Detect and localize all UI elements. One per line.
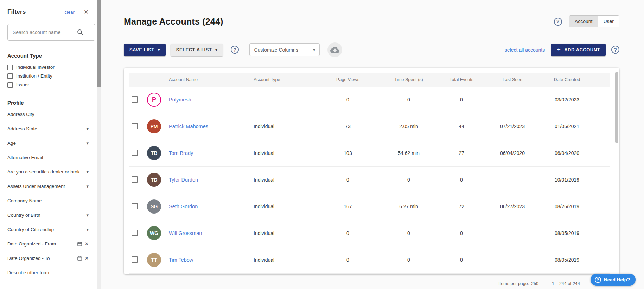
clear-filter-icon[interactable]: ✕ xyxy=(85,256,89,261)
checkbox-icon[interactable] xyxy=(7,82,13,88)
chevron-down-icon: ▾ xyxy=(86,184,89,189)
pagination-range: 1 – 244 of 244 xyxy=(552,281,580,286)
row-checkbox[interactable] xyxy=(132,176,138,183)
filter-item-label: Date Organized - From xyxy=(7,241,56,247)
column-total-events[interactable]: Total Events xyxy=(432,77,491,82)
filter-item-label: Country of Citizenship xyxy=(7,227,54,232)
table-row: SG Seth Gordon Individual 167 6.27 min 7… xyxy=(129,193,610,220)
account-type-option[interactable]: Institution / Entity xyxy=(7,72,89,80)
profile-filter-item[interactable]: Date Organized - To ✕ xyxy=(7,251,89,265)
profile-filter-item[interactable]: Address State ▾ xyxy=(7,121,89,136)
profile-filter-item[interactable]: Date Organized - From ✕ xyxy=(7,237,89,251)
account-name-link[interactable]: Tim Tebow xyxy=(169,257,193,263)
date-created-cell: 08/05/2019 xyxy=(534,257,600,263)
time-spent-cell: 2.05 min xyxy=(386,124,432,129)
account-name-link[interactable]: Seth Gordon xyxy=(169,204,198,209)
total-events-cell: 27 xyxy=(432,150,491,156)
column-account-name[interactable]: Account Name xyxy=(169,77,254,82)
row-checkbox[interactable] xyxy=(132,256,138,263)
chevron-down-icon: ▾ xyxy=(86,140,89,146)
row-checkbox[interactable] xyxy=(132,96,138,103)
row-checkbox[interactable] xyxy=(132,230,138,236)
help-icon[interactable]: ? xyxy=(611,46,619,54)
table-row: P Polymesh 0 0 0 03/02/2023 xyxy=(129,87,610,113)
profile-filter-item[interactable]: Company Name xyxy=(7,193,89,208)
profile-filter-item[interactable]: Country of Birth ▾ xyxy=(7,208,89,222)
customize-columns-select[interactable]: Customize Columns ▾ xyxy=(249,43,320,56)
total-events-cell: 0 xyxy=(432,257,491,263)
page-views-cell: 0 xyxy=(310,97,386,103)
date-created-cell: 08/05/2019 xyxy=(534,230,600,236)
account-type-cell: Individual xyxy=(254,150,310,156)
items-per-page-value[interactable]: 250 xyxy=(531,281,538,286)
filters-sidebar: Filters clear ✕ Account Type Individual … xyxy=(0,0,101,289)
filter-item-label: Country of Birth xyxy=(7,212,40,218)
clear-filters-link[interactable]: clear xyxy=(65,9,75,15)
checkbox-icon[interactable] xyxy=(7,65,13,70)
column-last-seen[interactable]: Last Seen xyxy=(491,77,534,82)
select-a-list-button[interactable]: SELECT A LIST ▾ xyxy=(171,44,223,56)
chevron-down-icon: ▾ xyxy=(86,227,89,232)
page-views-cell: 73 xyxy=(310,124,386,129)
account-name-link[interactable]: Patrick Mahomes xyxy=(169,124,208,129)
page-views-cell: 0 xyxy=(310,177,386,183)
account-name-link[interactable]: Polymesh xyxy=(169,97,191,103)
calendar-icon[interactable] xyxy=(77,256,82,261)
checkbox-icon[interactable] xyxy=(7,73,13,79)
filter-item-label: Date Organized - To xyxy=(7,256,50,261)
account-name-link[interactable]: Will Grossman xyxy=(169,230,202,236)
account-name-link[interactable]: Tom Brady xyxy=(169,150,193,156)
profile-filter-item[interactable]: Alternative Email xyxy=(7,150,89,165)
checkbox-label: Institution / Entity xyxy=(16,73,52,79)
avatar: TT xyxy=(147,253,161,267)
help-icon[interactable]: ? xyxy=(554,18,562,26)
profile-filter-item[interactable]: Country of Citizenship ▾ xyxy=(7,222,89,237)
profile-filter-item[interactable]: Assets Under Management ▾ xyxy=(7,179,89,193)
account-name-link[interactable]: Tyler Durden xyxy=(169,177,198,183)
save-list-button[interactable]: SAVE LIST ▾ xyxy=(124,44,166,56)
row-checkbox[interactable] xyxy=(132,150,138,156)
checkbox-label: Individual Investor xyxy=(16,65,55,70)
total-events-cell: 72 xyxy=(432,204,491,209)
filter-item-label: Address City xyxy=(7,112,34,117)
account-type-option[interactable]: Individual Investor xyxy=(7,63,89,72)
clear-filter-icon[interactable]: ✕ xyxy=(85,241,89,247)
chevron-down-icon: ▾ xyxy=(86,169,89,175)
select-all-accounts-link[interactable]: select all accounts xyxy=(505,47,545,53)
page-views-cell: 167 xyxy=(310,204,386,209)
total-events-cell: 0 xyxy=(432,177,491,183)
profile-filter-item[interactable]: Address City xyxy=(7,107,89,121)
calendar-icon[interactable] xyxy=(77,241,82,247)
table-body: P Polymesh 0 0 0 03/02/2023 PM Patrick M… xyxy=(129,87,610,274)
column-time-spent[interactable]: Time Spent (s) xyxy=(386,77,432,82)
toggle-account[interactable]: Account xyxy=(569,16,598,27)
profile-filter-item[interactable]: Age ▾ xyxy=(7,136,89,150)
avatar: TB xyxy=(147,146,161,160)
filter-item-label: Describe other form xyxy=(7,270,49,275)
profile-filter-item[interactable]: Are you a securities dealer or brok... ▾ xyxy=(7,165,89,179)
table-scrollbar-thumb[interactable] xyxy=(615,72,618,143)
export-button[interactable] xyxy=(327,42,342,57)
save-list-label: SAVE LIST xyxy=(129,47,154,52)
date-created-cell: 01/05/2021 xyxy=(534,124,600,129)
column-page-views[interactable]: Page Views xyxy=(310,77,386,82)
row-checkbox[interactable] xyxy=(132,123,138,129)
filter-item-label: Assets Under Management xyxy=(7,184,65,189)
profile-filter-item[interactable]: Describe other form xyxy=(7,265,89,280)
toolbar: SAVE LIST ▾ SELECT A LIST ▾ ? Customize … xyxy=(124,42,619,57)
column-account-type[interactable]: Account Type xyxy=(254,77,310,82)
need-help-button[interactable]: ? Need Help? xyxy=(591,274,636,286)
add-account-label: ADD ACCOUNT xyxy=(564,47,600,52)
date-created-cell: 10/01/2019 xyxy=(534,177,600,183)
avatar: PM xyxy=(147,119,161,133)
account-type-option[interactable]: Issuer xyxy=(7,80,89,89)
help-icon[interactable]: ? xyxy=(231,46,239,54)
close-icon[interactable]: ✕ xyxy=(84,9,89,15)
sidebar-scrollbar-thumb[interactable] xyxy=(97,0,101,87)
column-date-created[interactable]: Date Created xyxy=(534,77,600,82)
toggle-user[interactable]: User xyxy=(598,16,619,27)
add-account-button[interactable]: + ADD ACCOUNT xyxy=(551,44,606,56)
row-checkbox[interactable] xyxy=(132,203,138,209)
account-user-toggle: Account User xyxy=(569,15,619,27)
chevron-down-icon: ▾ xyxy=(86,212,89,218)
